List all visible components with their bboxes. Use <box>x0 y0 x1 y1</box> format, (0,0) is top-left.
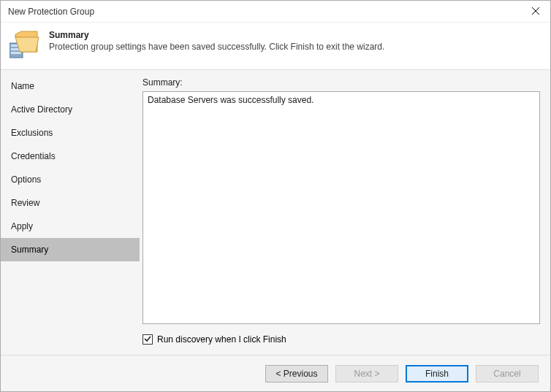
protection-group-icon <box>10 30 40 59</box>
summary-text: Database Servers was successfully saved. <box>148 95 314 105</box>
wizard-header-title: Summary <box>49 30 384 40</box>
sidebar-item-label: Options <box>11 174 41 185</box>
next-button: Next > <box>335 365 398 383</box>
wizard-main-panel: Summary: Database Servers was successful… <box>140 70 550 355</box>
sidebar-item-review[interactable]: Review <box>1 191 140 215</box>
wizard-header-description: Protection group settings have been save… <box>49 42 384 52</box>
previous-button[interactable]: < Previous <box>265 365 328 383</box>
wizard-header-text: Summary Protection group settings have b… <box>49 30 384 52</box>
sidebar-item-label: Review <box>11 198 39 208</box>
sidebar-item-label: Apply <box>11 221 33 231</box>
wizard-steps-sidebar: Name Active Directory Exclusions Credent… <box>1 70 140 355</box>
check-icon <box>144 334 151 345</box>
wizard-header: Summary Protection group settings have b… <box>1 23 550 69</box>
sidebar-item-name[interactable]: Name <box>1 74 140 98</box>
summary-label: Summary: <box>142 77 540 88</box>
sidebar-item-active-directory[interactable]: Active Directory <box>1 98 140 121</box>
sidebar-item-options[interactable]: Options <box>1 168 140 191</box>
wizard-footer: < Previous Next > Finish Cancel <box>1 355 550 391</box>
wizard-window: New Protection Group Summary Protection … <box>0 0 551 392</box>
wizard-body: Name Active Directory Exclusions Credent… <box>1 69 550 355</box>
titlebar: New Protection Group <box>1 1 550 23</box>
close-icon <box>532 7 539 17</box>
sidebar-item-apply[interactable]: Apply <box>1 215 140 238</box>
sidebar-item-credentials[interactable]: Credentials <box>1 145 140 168</box>
run-discovery-label: Run discovery when I click Finish <box>157 334 286 345</box>
sidebar-item-exclusions[interactable]: Exclusions <box>1 121 140 145</box>
cancel-button: Cancel <box>476 365 539 383</box>
sidebar-item-label: Active Directory <box>11 104 72 115</box>
sidebar-item-label: Summary <box>11 245 48 255</box>
summary-textarea[interactable]: Database Servers was successfully saved. <box>142 91 540 324</box>
sidebar-item-summary[interactable]: Summary <box>1 238 140 261</box>
sidebar-item-label: Exclusions <box>11 128 53 138</box>
sidebar-item-label: Name <box>11 81 34 91</box>
run-discovery-checkbox[interactable] <box>142 334 153 345</box>
window-title: New Protection Group <box>8 7 94 17</box>
close-button[interactable] <box>521 1 550 23</box>
sidebar-item-label: Credentials <box>11 151 56 161</box>
finish-button[interactable]: Finish <box>406 365 468 383</box>
run-discovery-row: Run discovery when I click Finish <box>142 327 540 347</box>
